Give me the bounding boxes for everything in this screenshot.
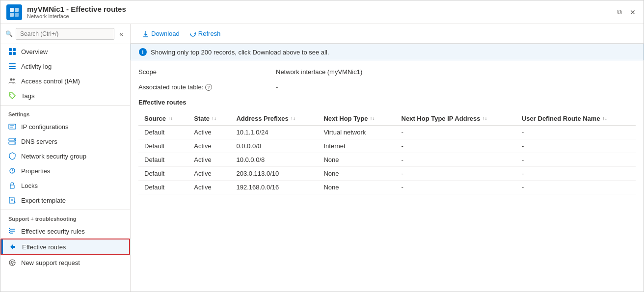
sort-icon[interactable]: ↑↓ bbox=[602, 116, 607, 121]
sidebar: 🔍 « Overview Activity log bbox=[0, 24, 131, 292]
table-cell: Default bbox=[138, 126, 188, 139]
scope-value: Network interface (myVMNic1) bbox=[276, 68, 362, 76]
svg-rect-8 bbox=[9, 63, 16, 64]
support-section-label: Support + troubleshooting bbox=[0, 210, 130, 224]
titlebar-text: myVMNic1 - Effective routes Network inte… bbox=[27, 5, 126, 19]
route-table-label: Associated route table: bbox=[138, 83, 203, 91]
sidebar-item-label: DNS servers bbox=[21, 138, 57, 145]
svg-rect-4 bbox=[9, 48, 12, 51]
sidebar-item-dns-servers[interactable]: DNS servers bbox=[0, 134, 130, 149]
info-message: Showing only top 200 records, click Down… bbox=[151, 49, 329, 56]
sort-icon[interactable]: ↑↓ bbox=[168, 116, 173, 121]
table-cell: - bbox=[396, 181, 516, 194]
pin-button[interactable]: ⧉ bbox=[615, 6, 624, 18]
svg-point-31 bbox=[9, 260, 15, 265]
table-cell: Default bbox=[138, 181, 188, 194]
table-cell: Default bbox=[138, 139, 188, 153]
table-cell: - bbox=[396, 153, 516, 167]
svg-rect-10 bbox=[9, 68, 16, 69]
sidebar-item-network-security-group[interactable]: Network security group bbox=[0, 149, 130, 163]
table-cell: Virtual network bbox=[318, 126, 395, 139]
table-cell: - bbox=[516, 126, 636, 139]
sidebar-item-ip-configurations[interactable]: IP configurations bbox=[0, 119, 130, 134]
table-row: DefaultActive192.168.0.0/16None-- bbox=[138, 181, 636, 194]
svg-rect-3 bbox=[15, 13, 19, 17]
table-cell: Active bbox=[188, 153, 230, 167]
sidebar-item-effective-routes[interactable]: Effective routes bbox=[0, 239, 130, 255]
download-label: Download bbox=[151, 30, 180, 37]
svg-point-11 bbox=[10, 79, 13, 81]
table-row: DefaultActive0.0.0.0/0Internet-- bbox=[138, 139, 636, 153]
svg-point-23 bbox=[12, 172, 13, 173]
table-cell: None bbox=[318, 153, 395, 167]
tag-icon bbox=[8, 92, 16, 100]
close-button[interactable]: ✕ bbox=[628, 6, 638, 18]
table-cell: - bbox=[516, 139, 636, 153]
routes-table: Source ↑↓ State ↑↓ bbox=[138, 112, 636, 194]
svg-point-19 bbox=[14, 139, 15, 140]
table-cell: - bbox=[396, 139, 516, 153]
table-cell: Active bbox=[188, 181, 230, 194]
sidebar-item-tags[interactable]: Tags bbox=[0, 88, 130, 103]
main-area: 🔍 « Overview Activity log bbox=[0, 24, 644, 292]
sort-icon[interactable]: ↑↓ bbox=[212, 116, 216, 121]
titlebar: myVMNic1 - Effective routes Network inte… bbox=[0, 0, 644, 24]
refresh-label: Refresh bbox=[198, 30, 221, 37]
page-title: myVMNic1 - Effective routes bbox=[27, 5, 126, 13]
sidebar-item-properties[interactable]: Properties bbox=[0, 163, 130, 178]
info-icon: i bbox=[139, 48, 147, 56]
table-cell: 0.0.0.0/0 bbox=[230, 139, 318, 153]
sidebar-item-effective-security-rules[interactable]: Effective security rules bbox=[0, 224, 130, 239]
search-input[interactable] bbox=[16, 28, 114, 40]
table-cell: Default bbox=[138, 153, 188, 167]
svg-rect-24 bbox=[10, 185, 14, 188]
help-icon[interactable]: ? bbox=[205, 84, 212, 91]
table-cell: Active bbox=[188, 139, 230, 153]
list-icon bbox=[8, 62, 16, 70]
sidebar-item-label: New support request bbox=[21, 259, 80, 266]
sidebar-item-new-support-request[interactable]: New support request bbox=[0, 255, 130, 270]
refresh-button[interactable]: Refresh bbox=[186, 28, 225, 39]
route-table-value: - bbox=[276, 83, 278, 91]
titlebar-actions: ⧉ ✕ bbox=[615, 6, 638, 18]
sort-icon[interactable]: ↑↓ bbox=[291, 116, 295, 121]
sidebar-item-activity-log[interactable]: Activity log bbox=[0, 59, 130, 74]
svg-rect-2 bbox=[10, 13, 14, 17]
page-subtitle: Network interface bbox=[27, 13, 126, 19]
effective-routes-title: Effective routes bbox=[138, 99, 636, 106]
table-row: DefaultActive10.1.1.0/24Virtual network-… bbox=[138, 126, 636, 139]
svg-point-20 bbox=[14, 143, 15, 144]
scope-row: Scope Network interface (myVMNic1) bbox=[138, 68, 636, 76]
svg-point-12 bbox=[13, 79, 15, 80]
sidebar-item-overview[interactable]: Overview bbox=[0, 44, 130, 59]
svg-rect-5 bbox=[13, 48, 16, 51]
collapse-button[interactable]: « bbox=[117, 30, 125, 38]
svg-rect-14 bbox=[9, 124, 16, 129]
info-bar: i Showing only top 200 records, click Do… bbox=[131, 44, 644, 60]
scope-label: Scope bbox=[138, 68, 276, 76]
svg-rect-0 bbox=[10, 8, 14, 12]
svg-rect-25 bbox=[9, 197, 14, 203]
sidebar-item-export-template[interactable]: Export template bbox=[0, 193, 130, 208]
sidebar-item-label: Locks bbox=[21, 182, 38, 189]
col-address-prefixes: Address Prefixes ↑↓ bbox=[230, 112, 318, 126]
col-source: Source ↑↓ bbox=[138, 112, 188, 126]
security-icon bbox=[8, 227, 16, 235]
sort-icon[interactable]: ↑↓ bbox=[482, 116, 487, 121]
svg-rect-7 bbox=[13, 52, 16, 55]
people-icon bbox=[8, 77, 16, 85]
sidebar-item-access-control[interactable]: Access control (IAM) bbox=[0, 74, 130, 88]
lock-icon bbox=[8, 182, 16, 189]
toolbar: Download Refresh bbox=[131, 24, 644, 44]
table-cell: None bbox=[318, 181, 395, 194]
sidebar-item-locks[interactable]: Locks bbox=[0, 178, 130, 193]
col-next-hop-type: Next Hop Type ↑↓ bbox=[318, 112, 395, 126]
table-cell: - bbox=[396, 167, 516, 181]
ip-icon bbox=[8, 123, 16, 131]
download-button[interactable]: Download bbox=[138, 28, 184, 39]
sort-icon[interactable]: ↑↓ bbox=[370, 116, 375, 121]
app-logo bbox=[6, 4, 22, 20]
sidebar-item-label: Export template bbox=[21, 197, 66, 204]
table-cell: - bbox=[516, 153, 636, 167]
export-icon bbox=[8, 196, 16, 204]
